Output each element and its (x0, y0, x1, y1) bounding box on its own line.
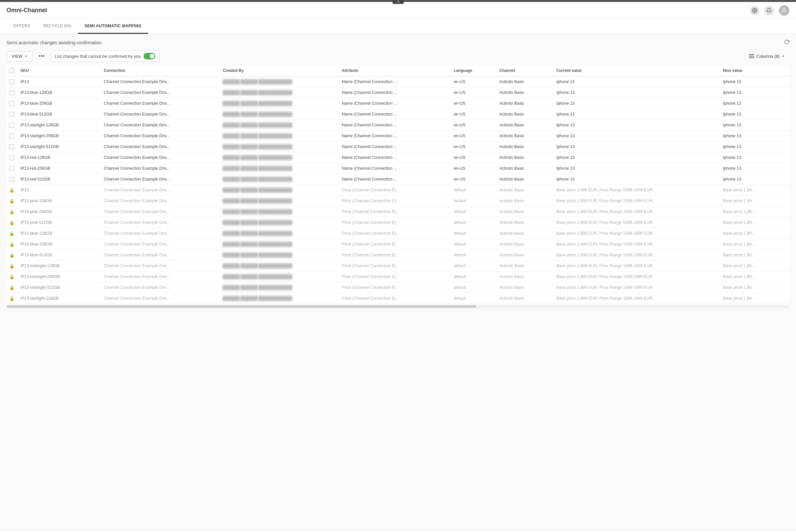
more-options-button[interactable]: ••• (36, 52, 47, 61)
channel-cell: Actindo Basic (496, 141, 553, 152)
blurred-created-by: ██████ ██████ ████████████ (223, 177, 292, 182)
created-by-cell: ██████ ██████ ████████████ (219, 152, 338, 163)
blurred-created-by: ██████ ██████ ████████████ (223, 242, 292, 246)
columns-icon (749, 54, 754, 58)
refresh-button[interactable] (784, 39, 790, 46)
current-value-cell: Iphone 13 (553, 98, 720, 109)
channel-cell: Actindo Basic (496, 239, 553, 250)
new-value-cell: Iphone 13 (720, 163, 790, 174)
view-label: VIEW (12, 54, 22, 59)
channel-cell: Actindo Basic (496, 250, 553, 261)
current-value-cell: Base price 1,999 EUR; Price Range 1999-1… (553, 217, 720, 228)
sku-cell: IP13 (17, 185, 101, 196)
row-checkbox[interactable] (9, 101, 14, 106)
current-value-cell: Base price 1,999 EUR; Price Range 1999-1… (553, 261, 720, 271)
created-by-cell: ██████ ██████ ████████████ (219, 250, 338, 261)
connection-cell: Channel Connection Example Driv... (101, 87, 219, 98)
attribute-cell: Price (Channel Connection E) (338, 239, 450, 250)
language-cell: en-US (450, 131, 496, 141)
current-value-cell: Base price 1,999 EUR; Price Range 1999-1… (553, 250, 720, 261)
current-value-cell: Iphone 13 (553, 174, 720, 185)
tabs-bar: OFFERS RECYCLE BIN SEMI AUTOMATIC MAPPIN… (0, 19, 796, 34)
channel-cell: Actindo Basic (496, 228, 553, 239)
channel-cell: Actindo Basic (496, 98, 553, 109)
language-cell: default (450, 217, 496, 228)
horizontal-scrollbar[interactable] (6, 305, 790, 308)
settings-icon[interactable] (750, 6, 759, 15)
new-value-cell: Base price 1,99... (720, 282, 790, 293)
scrollbar-thumb[interactable] (6, 305, 476, 308)
new-value-cell: Iphone 13 (720, 152, 790, 163)
notifications-icon[interactable] (764, 6, 774, 15)
language-cell: default (450, 185, 496, 196)
new-value-cell: Base price 1,99... (720, 271, 790, 282)
language-cell: default (450, 282, 496, 293)
current-value-cell: Iphone 13 (553, 131, 720, 141)
created-by-cell: ██████ ██████ ████████████ (219, 163, 338, 174)
current-value-cell: Iphone 13 (553, 120, 720, 131)
select-all-header[interactable] (6, 65, 17, 76)
row-checkbox[interactable] (9, 166, 14, 171)
connection-cell: Channel Connection Example Driv... (101, 250, 219, 261)
columns-button[interactable]: Columns (8) ▼ (744, 52, 790, 61)
user-avatar[interactable] (779, 5, 790, 16)
language-cell: default (450, 228, 496, 239)
row-checkbox[interactable] (9, 145, 14, 149)
channel-cell: Actindo Basic (496, 131, 553, 141)
tab-recycle-bin[interactable]: RECYCLE BIN (37, 19, 78, 34)
attribute-cell: Price (Channel Connection E) (338, 228, 450, 239)
attribute-cell: Price (Channel Connection E) (338, 185, 450, 196)
new-value-cell: Base price 1,99... (720, 185, 790, 196)
language-cell: en-US (450, 174, 496, 185)
attribute-cell: Price (Channel Connection E) (338, 271, 450, 282)
connection-cell: Channel Connection Example Driv... (101, 120, 219, 131)
connection-cell: Channel Connection Example Driv... (101, 271, 219, 282)
blurred-created-by: ██████ ██████ ████████████ (223, 188, 292, 192)
channel-cell: Actindo Basic (496, 293, 553, 304)
tab-offers[interactable]: OFFERS (6, 19, 37, 34)
current-value-cell: Iphone 13 (553, 163, 720, 174)
row-checkbox[interactable] (9, 90, 14, 95)
row-checkbox[interactable] (9, 177, 14, 182)
blurred-created-by: ██████ ██████ ████████████ (223, 220, 292, 225)
connection-cell: Channel Connection Example Driv... (101, 282, 219, 293)
new-value-cell: Base price 1,99... (720, 196, 790, 206)
blurred-created-by: ██████ ██████ ████████████ (223, 134, 292, 138)
row-checkbox[interactable] (9, 123, 14, 128)
header-icons (750, 5, 790, 16)
sku-cell: IP13-starlight-512GB (17, 141, 101, 152)
view-dropdown-arrow: ▼ (24, 55, 28, 58)
sku-cell: IP13-starlight-128GB (17, 293, 101, 304)
connection-cell: Channel Connection Example Driv... (101, 152, 219, 163)
row-checkbox[interactable] (9, 134, 14, 138)
attribute-cell: Price (Channel Connection E) (338, 217, 450, 228)
view-button[interactable]: VIEW ▼ (6, 51, 33, 61)
attribute-cell: Price (Channel Connection E) (338, 293, 450, 304)
current-value-cell: Base price 1,999 EUR; Price Range 1999-1… (553, 206, 720, 217)
language-cell: default (450, 239, 496, 250)
row-checkbox[interactable] (9, 112, 14, 117)
created-by-cell: ██████ ██████ ████████████ (219, 196, 338, 206)
toggle-switch[interactable] (144, 53, 156, 59)
blurred-created-by: ██████ ██████ ████████████ (223, 231, 292, 236)
created-by-cell: ██████ ██████ ████████████ (219, 217, 338, 228)
row-checkbox[interactable] (9, 79, 14, 84)
attribute-cell: Price (Channel Connection E) (338, 261, 450, 271)
attribute-cell: Name (Channel Connection ... (338, 141, 450, 152)
lock-icon: 🔒 (9, 220, 15, 225)
columns-label: Columns (8) (756, 54, 780, 59)
page-title: Semi-automatic changes awaiting confirma… (6, 40, 102, 45)
tab-semi-automatic[interactable]: SEMI AUTOMATIC MAPPING (78, 19, 148, 34)
sku-cell: IP13-pink-128GB (17, 196, 101, 206)
connection-cell: Channel Connection Example Driv... (101, 131, 219, 141)
top-bar-btn[interactable]: ☰ (393, 0, 404, 4)
row-checkbox[interactable] (9, 155, 14, 160)
col-header-created-by: Created By (219, 65, 338, 76)
current-value-cell: Base price 1,999 EUR; Price Range 1999-1… (553, 228, 720, 239)
lock-icon: 🔒 (9, 242, 15, 247)
connection-cell: Channel Connection Example Driv... (101, 261, 219, 271)
blurred-created-by: ██████ ██████ ████████████ (223, 209, 292, 214)
select-all-checkbox[interactable] (9, 68, 14, 73)
sku-cell: IP13-pink-512GB (17, 217, 101, 228)
sku-cell: IP13-blue-128GB (17, 228, 101, 239)
